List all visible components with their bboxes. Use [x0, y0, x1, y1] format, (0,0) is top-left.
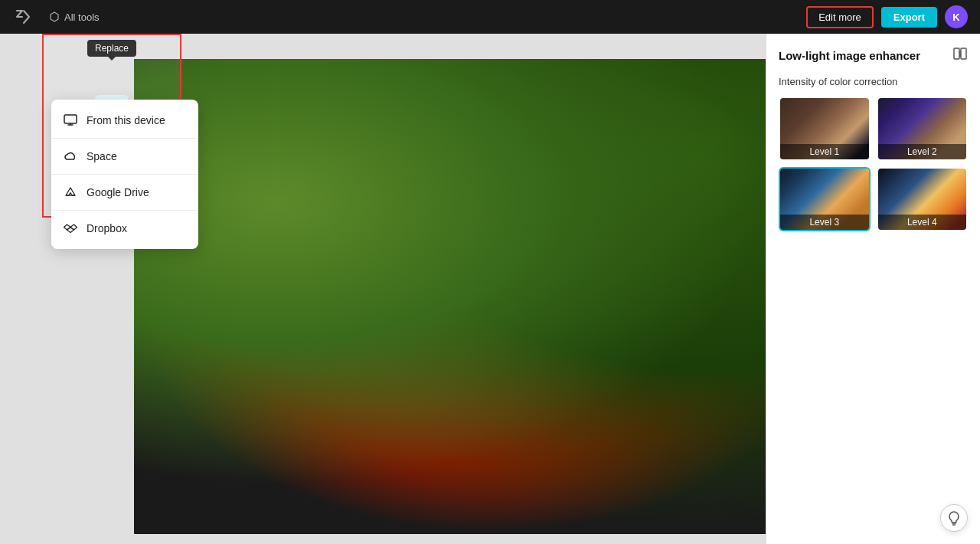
avatar[interactable]: K	[945, 5, 968, 28]
replace-tooltip: Replace	[87, 40, 136, 57]
level-card-2[interactable]: Level 2	[877, 97, 969, 161]
panel-compare-button[interactable]	[952, 46, 968, 65]
topnav-right: Edit more Export K	[806, 5, 968, 28]
from-device-label: From this device	[87, 114, 165, 126]
divider-2	[51, 174, 198, 175]
right-panel: Low-light image enhancer Intensity of co…	[766, 34, 980, 544]
drive-icon	[64, 185, 77, 199]
logo-icon[interactable]	[12, 6, 34, 28]
butterfly-background	[134, 59, 846, 534]
topnav-left: All tools	[12, 6, 106, 28]
dropbox-icon	[64, 221, 77, 235]
dropbox-label: Dropbox	[87, 222, 127, 234]
topnav: All tools Edit more Export K	[0, 0, 980, 34]
dropdown-item-dropbox[interactable]: Dropbox	[51, 214, 198, 243]
monitor-icon	[64, 113, 77, 127]
google-drive-label: Google Drive	[87, 186, 149, 198]
export-button[interactable]: Export	[881, 7, 937, 28]
lightbulb-icon	[946, 510, 962, 526]
panel-title: Low-light image enhancer	[779, 49, 920, 62]
level-2-label: Level 2	[878, 144, 967, 159]
edit-more-button[interactable]: Edit more	[806, 6, 874, 28]
dropdown-menu: From this device Space Google Drive	[51, 100, 198, 249]
hint-button[interactable]	[940, 504, 968, 532]
all-tools-label: All tools	[64, 11, 100, 23]
level-1-label: Level 1	[780, 144, 869, 159]
dropdown-item-space[interactable]: Space	[51, 142, 198, 171]
panel-subtitle: Intensity of color correction	[779, 76, 968, 87]
panel-header: Low-light image enhancer	[779, 46, 968, 65]
divider-3	[51, 210, 198, 211]
svg-rect-4	[64, 115, 77, 123]
dropdown-item-from-device[interactable]: From this device	[51, 106, 198, 135]
level-card-1[interactable]: Level 1	[779, 97, 871, 161]
space-label: Space	[87, 150, 117, 162]
level-card-4[interactable]: Level 4	[877, 167, 969, 231]
all-tools-button[interactable]: All tools	[43, 8, 106, 26]
level-4-label: Level 4	[878, 215, 967, 230]
main-image	[134, 59, 846, 534]
cloud-icon	[64, 149, 77, 163]
svg-rect-5	[954, 48, 959, 59]
divider-1	[51, 138, 198, 139]
svg-rect-6	[961, 48, 966, 59]
level-card-3[interactable]: Level 3	[779, 167, 871, 231]
level-3-label: Level 3	[780, 215, 869, 230]
level-grid: Level 1 Level 2 Level 3 Level 4	[779, 97, 968, 231]
dropdown-item-google-drive[interactable]: Google Drive	[51, 178, 198, 207]
